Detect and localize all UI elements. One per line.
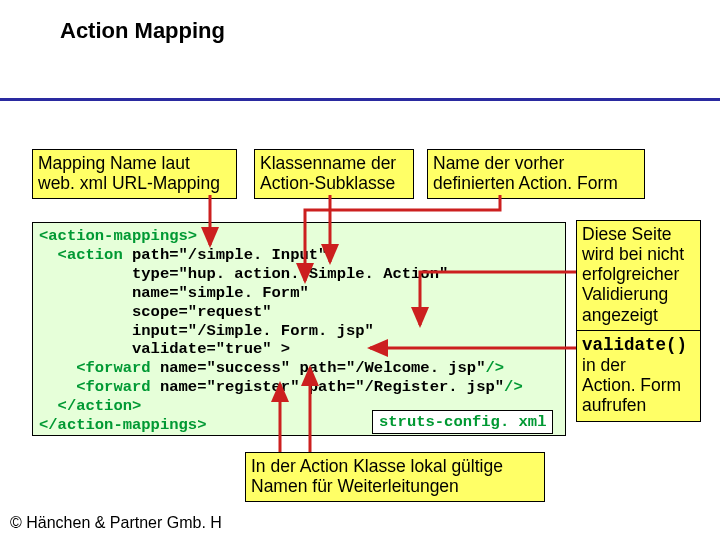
label-forward-names: In der Action Klasse lokal gültigeNamen … bbox=[245, 452, 545, 502]
divider bbox=[0, 98, 720, 101]
code-block: <action-mappings> <action path="/simple.… bbox=[32, 222, 566, 436]
footer: © Hänchen & Partner Gmb. H bbox=[10, 514, 222, 532]
label-input-page: Diese Seitewird bei nichterfolgreicherVa… bbox=[576, 220, 701, 331]
file-label: struts-config. xml bbox=[372, 410, 553, 434]
slide-title: Action Mapping bbox=[60, 18, 225, 44]
label-klassenname: Klassenname derAction-Subklasse bbox=[254, 149, 414, 199]
label-mapping-name: Mapping Name lautweb. xml URL-Mapping bbox=[32, 149, 237, 199]
label-actionform-name: Name der vorherdefinierten Action. Form bbox=[427, 149, 645, 199]
label-validate: validate()in derAction. Formaufrufen bbox=[576, 330, 701, 422]
